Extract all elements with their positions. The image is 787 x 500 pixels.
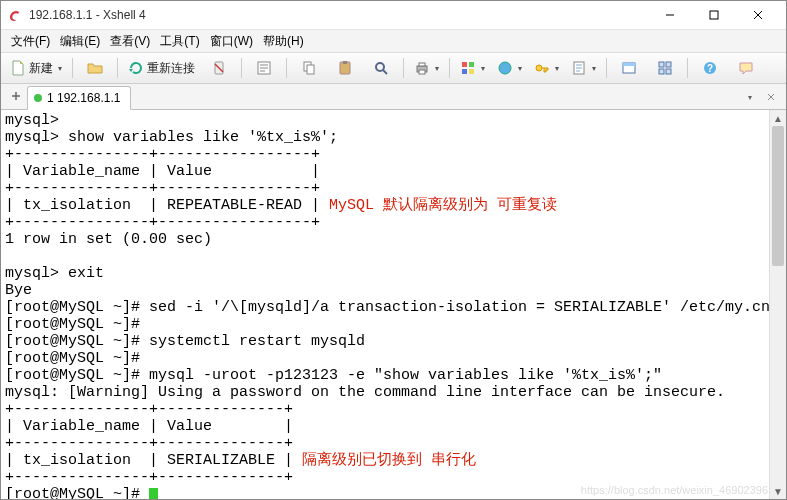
- svg-rect-4: [307, 65, 314, 74]
- menu-tools[interactable]: 工具(T): [156, 31, 203, 52]
- globe-button[interactable]: ▾: [492, 55, 527, 81]
- menu-view[interactable]: 查看(V): [106, 31, 154, 52]
- new-button[interactable]: 新建 ▾: [5, 55, 67, 81]
- svg-rect-14: [469, 69, 474, 74]
- svg-rect-13: [462, 69, 467, 74]
- chevron-down-icon: ▾: [435, 64, 439, 73]
- chevron-down-icon: ▾: [592, 64, 596, 73]
- chevron-down-icon: ▾: [481, 64, 485, 73]
- menu-window[interactable]: 窗口(W): [206, 31, 257, 52]
- svg-rect-23: [666, 69, 671, 74]
- open-button[interactable]: [78, 55, 112, 81]
- paste-button[interactable]: [328, 55, 362, 81]
- terminal-line: mysql>: [5, 112, 59, 129]
- terminal-line: [root@MySQL ~]#: [5, 486, 149, 499]
- chat-icon: [738, 60, 754, 76]
- close-icon: [767, 93, 775, 101]
- separator: [687, 58, 688, 78]
- properties-button[interactable]: [247, 55, 281, 81]
- terminal-line: +---------------+--------------+: [5, 469, 293, 486]
- chevron-down-icon: ▾: [555, 64, 559, 73]
- svg-rect-19: [623, 63, 635, 66]
- terminal-line: | Variable_name | Value |: [5, 163, 320, 180]
- svg-rect-6: [343, 61, 347, 64]
- separator: [286, 58, 287, 78]
- terminal-line: +---------------+--------------+: [5, 401, 293, 418]
- terminal-line: | tx_isolation | SERIALIZABLE |: [5, 452, 302, 469]
- svg-rect-11: [462, 62, 467, 67]
- separator: [72, 58, 73, 78]
- svg-point-7: [376, 63, 384, 71]
- terminal-area[interactable]: mysql> mysql> show variables like '%tx_i…: [1, 110, 786, 499]
- fullscreen-button[interactable]: [612, 55, 646, 81]
- chevron-down-icon: ▾: [748, 93, 752, 102]
- scrollbar[interactable]: ▲ ▼: [769, 110, 786, 499]
- terminal-line: [root@MySQL ~]# sed -i '/\[mysqld]/a tra…: [5, 299, 770, 316]
- folder-icon: [87, 60, 103, 76]
- color-scheme-button[interactable]: ▾: [455, 55, 490, 81]
- disconnect-button[interactable]: [202, 55, 236, 81]
- reconnect-button[interactable]: 重新连接: [123, 55, 200, 81]
- menu-file[interactable]: 文件(F): [7, 31, 54, 52]
- separator: [403, 58, 404, 78]
- minimize-button[interactable]: [648, 1, 692, 29]
- toolbar: 新建 ▾ 重新连接 ▾ ▾ ▾ ▾ ▾ ?: [1, 53, 786, 84]
- tile-button[interactable]: [648, 55, 682, 81]
- chevron-down-icon: ▾: [58, 64, 62, 73]
- lock-button[interactable]: ▾: [529, 55, 564, 81]
- svg-rect-22: [659, 69, 664, 74]
- printer-icon: [414, 60, 430, 76]
- terminal-line: | Variable_name | Value |: [5, 418, 293, 435]
- reconnect-icon: [128, 60, 144, 76]
- scroll-up-icon[interactable]: ▲: [770, 110, 786, 126]
- new-tab-button[interactable]: [5, 85, 27, 107]
- tabs-dropdown-button[interactable]: ▾: [741, 88, 759, 106]
- scroll-thumb[interactable]: [772, 126, 784, 266]
- document-icon: [571, 60, 587, 76]
- terminal-line: mysql> show variables like '%tx_is%';: [5, 129, 338, 146]
- close-tab-button[interactable]: [762, 88, 780, 106]
- terminal-output[interactable]: mysql> mysql> show variables like '%tx_i…: [1, 110, 770, 499]
- script-button[interactable]: ▾: [566, 55, 601, 81]
- help-button[interactable]: ?: [693, 55, 727, 81]
- close-button[interactable]: [736, 1, 780, 29]
- terminal-line: [root@MySQL ~]#: [5, 316, 140, 333]
- menu-edit[interactable]: 编辑(E): [56, 31, 104, 52]
- annotation-text: MySQL 默认隔离级别为 可重复读: [329, 197, 557, 214]
- svg-rect-12: [469, 62, 474, 67]
- tab-label: 1 192.168.1.1: [47, 91, 120, 105]
- svg-rect-0: [710, 11, 718, 19]
- session-tab[interactable]: 1 192.168.1.1: [27, 86, 131, 110]
- separator: [449, 58, 450, 78]
- print-button[interactable]: ▾: [409, 55, 444, 81]
- maximize-button[interactable]: [692, 1, 736, 29]
- copy-button[interactable]: [292, 55, 326, 81]
- svg-rect-10: [419, 70, 425, 74]
- scroll-down-icon[interactable]: ▼: [770, 483, 786, 499]
- find-button[interactable]: [364, 55, 398, 81]
- terminal-line: [root@MySQL ~]#: [5, 350, 140, 367]
- search-icon: [373, 60, 389, 76]
- svg-rect-20: [659, 62, 664, 67]
- menu-help[interactable]: 帮助(H): [259, 31, 308, 52]
- window-title: 192.168.1.1 - Xshell 4: [29, 8, 648, 22]
- terminal-line: [root@MySQL ~]# mysql -uroot -p123123 -e…: [5, 367, 662, 384]
- svg-rect-21: [666, 62, 671, 67]
- cursor-icon: [149, 488, 158, 499]
- reconnect-label: 重新连接: [147, 60, 195, 77]
- plus-icon: [11, 91, 21, 101]
- chevron-down-icon: ▾: [518, 64, 522, 73]
- terminal-line: mysql: [Warning] Using a password on the…: [5, 384, 725, 401]
- app-icon: [7, 7, 23, 23]
- terminal-line: +---------------+-----------------+: [5, 180, 320, 197]
- menubar: 文件(F) 编辑(E) 查看(V) 工具(T) 窗口(W) 帮助(H): [1, 30, 786, 53]
- terminal-line: +---------------+-----------------+: [5, 214, 320, 231]
- svg-point-16: [536, 65, 542, 71]
- separator: [117, 58, 118, 78]
- svg-text:?: ?: [707, 63, 713, 74]
- new-label: 新建: [29, 60, 53, 77]
- terminal-line: mysql> exit: [5, 265, 104, 282]
- document-icon: [10, 60, 26, 76]
- svg-rect-9: [419, 63, 425, 66]
- chat-button[interactable]: [729, 55, 763, 81]
